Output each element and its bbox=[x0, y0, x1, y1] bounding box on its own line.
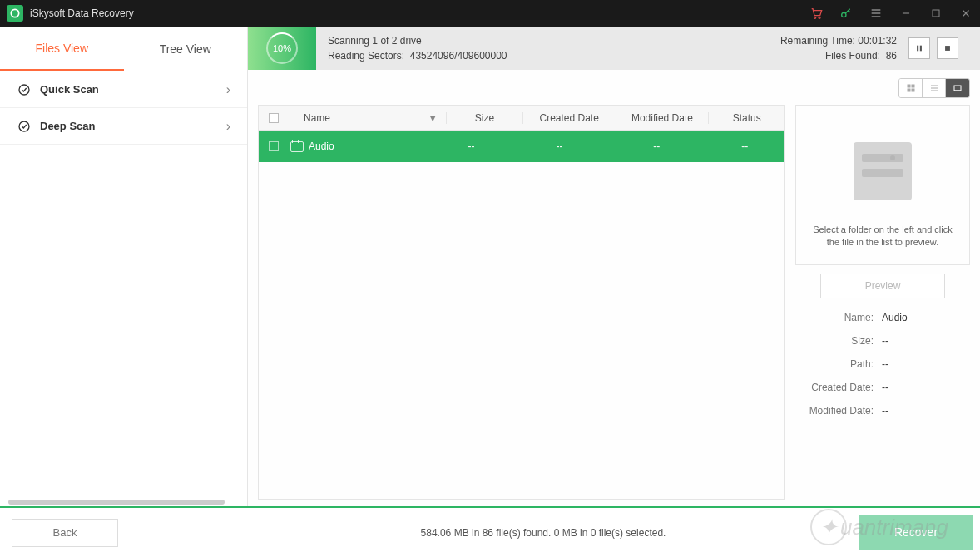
svg-point-6 bbox=[19, 121, 29, 131]
found-value: 86 bbox=[886, 50, 897, 62]
tab-tree-view[interactable]: Tree View bbox=[124, 27, 248, 71]
file-table: Name▼ Size Created Date Modified Date St… bbox=[258, 105, 785, 500]
titlebar: iSkysoft Data Recovery bbox=[0, 0, 980, 27]
svg-rect-7 bbox=[917, 46, 918, 52]
prop-modified-value: -- bbox=[882, 405, 967, 417]
view-grid-button[interactable] bbox=[899, 79, 923, 97]
stop-button[interactable] bbox=[937, 37, 958, 59]
chevron-right-icon: › bbox=[226, 82, 230, 97]
column-size[interactable]: Size bbox=[447, 112, 523, 124]
row-modified: -- bbox=[608, 140, 705, 152]
found-label: Files Found: bbox=[825, 50, 880, 62]
disk-icon bbox=[854, 142, 912, 200]
chevron-right-icon: › bbox=[226, 119, 230, 134]
preview-placeholder-text: Select a folder on the left and click th… bbox=[806, 224, 959, 249]
prop-created-value: -- bbox=[882, 382, 967, 393]
svg-rect-8 bbox=[920, 46, 922, 52]
svg-rect-10 bbox=[907, 85, 910, 88]
sidebar-item-quick-scan[interactable]: Quick Scan › bbox=[0, 71, 247, 108]
column-modified[interactable]: Modified Date bbox=[616, 112, 710, 124]
pause-button[interactable] bbox=[908, 37, 930, 59]
prop-path-value: -- bbox=[882, 358, 967, 370]
recover-button[interactable]: Recover bbox=[859, 515, 973, 550]
row-created: -- bbox=[511, 140, 608, 152]
svg-point-0 bbox=[11, 9, 18, 17]
column-name[interactable]: Name▼ bbox=[289, 112, 447, 124]
scrollbar[interactable] bbox=[8, 500, 225, 505]
cart-icon[interactable] bbox=[809, 6, 824, 21]
back-button[interactable]: Back bbox=[12, 519, 118, 547]
svg-rect-13 bbox=[911, 89, 914, 92]
prop-size-value: -- bbox=[882, 335, 967, 347]
svg-point-1 bbox=[814, 17, 816, 18]
row-checkbox[interactable] bbox=[269, 141, 279, 151]
table-row[interactable]: Audio -- -- -- -- bbox=[259, 131, 784, 162]
remaining-value: 00:01:32 bbox=[858, 35, 897, 47]
prop-name-label: Name: bbox=[799, 312, 882, 323]
preview-button[interactable]: Preview bbox=[820, 274, 945, 298]
app-logo-icon bbox=[7, 5, 23, 22]
preview-panel: Select a folder on the left and click th… bbox=[795, 105, 970, 500]
row-name: Audio bbox=[309, 140, 334, 152]
prop-modified-label: Modified Date: bbox=[799, 405, 882, 417]
column-status[interactable]: Status bbox=[709, 112, 784, 124]
minimize-icon[interactable] bbox=[898, 6, 913, 21]
svg-point-5 bbox=[19, 85, 29, 95]
folder-icon bbox=[290, 141, 304, 152]
scan-line1: Scanning 1 of 2 drive bbox=[328, 33, 780, 48]
progress-percent: 10% bbox=[266, 32, 298, 64]
remaining-label: Remaining Time: bbox=[780, 35, 855, 47]
row-size: -- bbox=[432, 140, 511, 152]
view-list-button[interactable] bbox=[923, 79, 946, 97]
sidebar-item-label: Deep Scan bbox=[40, 120, 226, 132]
scan-sectors-value: 43524096/409600000 bbox=[410, 50, 507, 62]
footer: Back 584.06 MB in 86 file(s) found. 0 MB… bbox=[0, 508, 980, 557]
menu-icon[interactable] bbox=[869, 6, 883, 21]
row-status: -- bbox=[705, 140, 784, 152]
svg-rect-14 bbox=[954, 86, 961, 91]
svg-rect-4 bbox=[933, 10, 939, 17]
select-all-checkbox[interactable] bbox=[269, 113, 279, 123]
svg-point-2 bbox=[819, 17, 820, 18]
view-mode-toggle bbox=[898, 78, 970, 98]
prop-name-value: Audio bbox=[882, 312, 967, 323]
maximize-icon[interactable] bbox=[928, 6, 943, 21]
column-created[interactable]: Created Date bbox=[523, 112, 616, 124]
sidebar-item-deep-scan[interactable]: Deep Scan › bbox=[0, 108, 247, 145]
footer-status: 584.06 MB in 86 file(s) found. 0 MB in 0… bbox=[118, 527, 968, 539]
svg-rect-12 bbox=[907, 89, 910, 92]
svg-rect-11 bbox=[911, 85, 914, 88]
view-detail-button[interactable] bbox=[946, 79, 969, 97]
svg-rect-9 bbox=[945, 46, 950, 51]
sidebar: Files View Tree View Quick Scan › Deep S… bbox=[0, 27, 248, 506]
prop-path-label: Path: bbox=[799, 358, 882, 370]
check-circle-icon bbox=[17, 119, 32, 134]
app-title: iSkysoft Data Recovery bbox=[30, 7, 809, 19]
scan-sectors-label: Reading Sectors: bbox=[328, 50, 404, 62]
sidebar-item-label: Quick Scan bbox=[40, 83, 226, 96]
check-circle-icon bbox=[17, 82, 32, 97]
tab-files-view[interactable]: Files View bbox=[0, 27, 124, 71]
prop-size-label: Size: bbox=[799, 335, 882, 347]
svg-point-3 bbox=[842, 12, 846, 17]
close-icon[interactable] bbox=[958, 6, 973, 21]
sort-desc-icon: ▼ bbox=[428, 112, 438, 124]
scan-status-bar: 10% Scanning 1 of 2 drive Reading Sector… bbox=[248, 27, 980, 70]
key-icon[interactable] bbox=[839, 6, 854, 21]
scan-progress: 10% bbox=[248, 27, 316, 70]
prop-created-label: Created Date: bbox=[799, 382, 882, 393]
